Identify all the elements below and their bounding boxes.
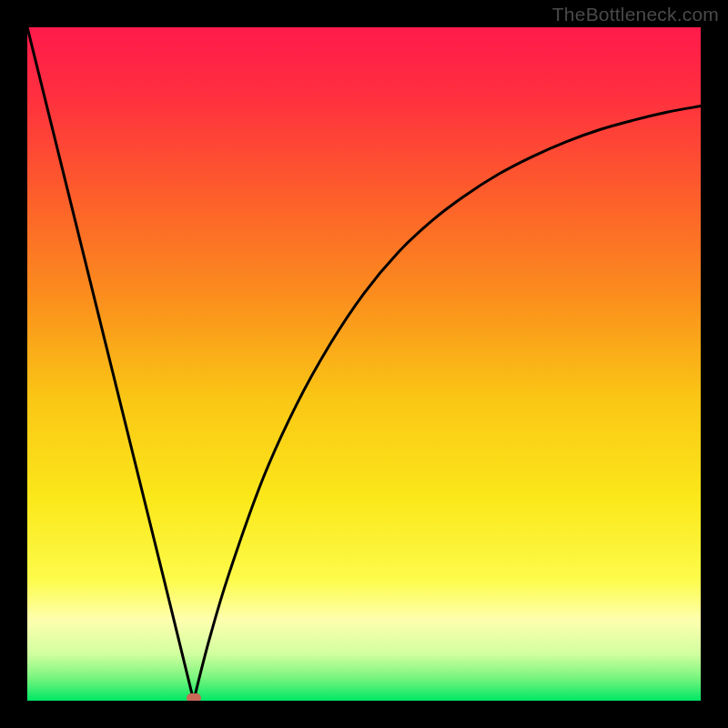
chart-frame: TheBottleneck.com	[0, 0, 728, 728]
minimum-marker	[187, 693, 201, 701]
bottleneck-curve	[27, 27, 701, 701]
plot-area	[27, 27, 701, 701]
watermark-text: TheBottleneck.com	[552, 4, 719, 25]
